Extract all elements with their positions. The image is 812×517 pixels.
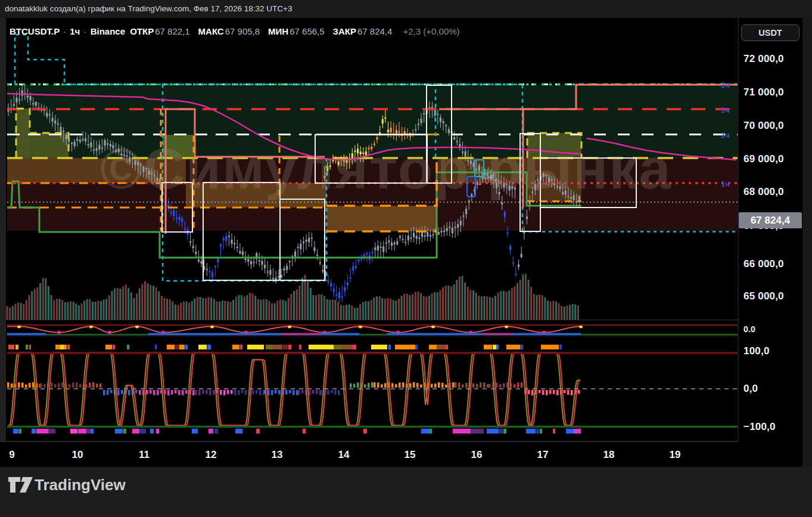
chart-canvas[interactable] [0,0,812,517]
left-gutter [0,18,6,466]
price-axis-label: 65 000,0 [743,290,784,302]
time-axis[interactable]: 910111213141516171819 [0,441,802,467]
price-axis-label: 70 000,0 [743,120,784,132]
wave-oscillator-pane [7,325,583,335]
interval[interactable]: 1ч [70,26,80,36]
interval-marker-label: 1ч [721,106,730,114]
time-axis-label: 11 [139,449,150,461]
tradingview-logo-icon[interactable] [7,473,35,497]
price-axis-label: 71 000,0 [743,86,784,98]
time-axis-label: 15 [405,449,416,461]
watermark: ©Симулятор рынка [100,136,672,202]
time-axis-label: 16 [471,449,483,461]
ohlc-label: ОТКР [130,26,154,36]
price-axis[interactable]: USDT 72 000,071 000,070 000,069 000,068 … [739,18,802,466]
currency-toggle-button[interactable]: USDT [741,24,799,41]
price-axis-label: 69 000,0 [743,153,784,165]
ohlc-label: ЗАКР [333,26,356,36]
price-change: +2,3 (+0,00%) [403,26,460,36]
legend-sep1: · [63,26,66,36]
exchange-name: Binance [91,26,125,36]
interval-marker-label: 1ч [721,81,730,89]
last-price-badge: 67 824,4 [739,212,802,228]
price-axis-label: 66 000,0 [743,258,784,270]
right-gutter [802,18,812,466]
footer: TradingView [0,466,812,517]
interval-marker-label: 1ч [721,179,730,188]
legend-sep2: · [83,26,86,36]
time-axis-label: 12 [206,449,217,461]
time-axis-label: 18 [603,449,615,461]
price-axis-label: 100,0 [743,345,770,357]
ohlc-label: МИН [268,26,288,36]
time-axis-label: 17 [537,449,549,461]
time-axis-label: 14 [338,449,350,461]
time-axis-label: 10 [72,449,83,461]
ohlc-value: 67 905,8 [225,26,260,36]
interval-marker-label: 1ч [721,131,730,140]
time-axis-label: 13 [272,449,283,461]
price-axis-label: 72 000,0 [743,53,784,65]
symbol-name[interactable]: BTCUSDT.P [10,26,60,36]
chart-legend[interactable]: BTCUSDT.P · 1ч · Binance ОТКР67 822,1МАК… [10,26,460,36]
time-axis-label: 9 [9,449,14,461]
tradingview-snapshot: donatakkluk создал(а) график на TradingV… [0,0,812,517]
price-axis-label: −100,0 [743,421,776,433]
price-axis-label: 0.0 [743,324,755,334]
ohlc-value: 67 824,4 [357,26,392,36]
price-axis-label: 0,0 [743,383,758,395]
ohlc-values: ОТКР67 822,1МАКС67 905,8МИН67 656,5ЗАКР6… [127,26,398,36]
tradingview-logo-text[interactable]: TradingView [35,476,126,494]
ohlc-value: 67 656,5 [290,26,324,36]
time-axis-label: 19 [670,449,681,461]
ohlc-label: МАКС [198,26,224,36]
price-axis-label: 68 000,0 [743,186,784,198]
ohlc-value: 67 822,1 [155,26,189,36]
